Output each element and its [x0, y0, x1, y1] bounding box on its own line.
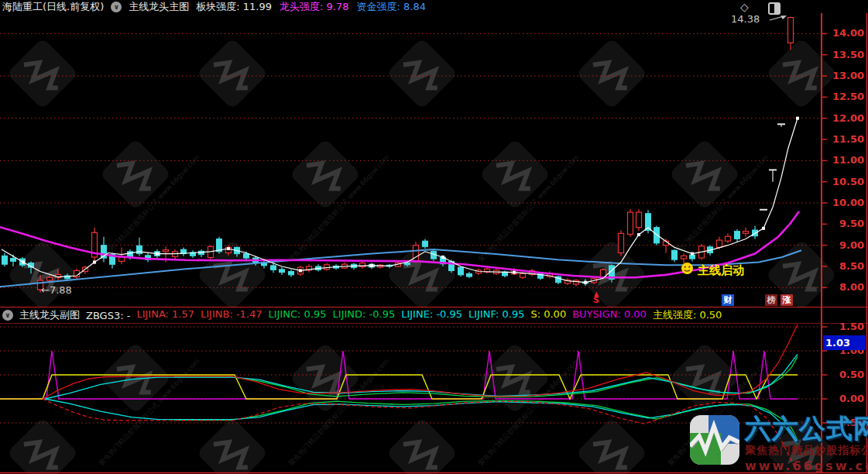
logo-url: www.66gsw.com: [745, 459, 868, 473]
logo-subtitle: 聚焦热门精品炒股指标公式: [745, 444, 868, 458]
app-window: 聚焦热门精品炒股指标公式 www.66gsw.com聚焦热门精品炒股指标公式 w…: [0, 0, 868, 474]
logo-layer: 六六公式网 聚焦热门精品炒股指标公式 www.66gsw.com: [0, 0, 868, 474]
logo-title: 六六公式网: [745, 415, 868, 441]
pulse-logo-icon: [690, 415, 739, 465]
site-logo: 六六公式网 聚焦热门精品炒股指标公式 www.66gsw.com: [690, 415, 868, 473]
